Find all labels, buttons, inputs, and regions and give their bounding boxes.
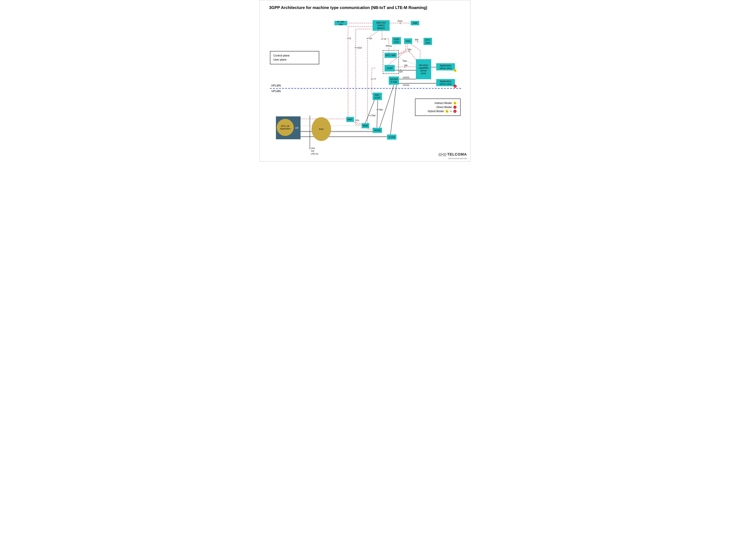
legend-user-plane: User plane xyxy=(273,58,286,61)
node-sgw: S-GW xyxy=(387,135,396,140)
svg-line-21 xyxy=(365,100,374,124)
label-hplmn: HPLMN xyxy=(271,84,281,87)
svg-line-26 xyxy=(390,85,396,135)
node-hss: HSS xyxy=(404,38,412,44)
if-tsp: Tsp xyxy=(402,60,406,62)
model-direct: Direct Model xyxy=(436,106,452,109)
if-gd: Gd xyxy=(369,37,372,40)
logo-telcoma: (((•))) TELCOMA CERTIFICATIONS SINCE 200… xyxy=(438,152,467,160)
badge-as2-direct: 2 xyxy=(454,85,457,88)
node-cdf: CDF/ CGF xyxy=(392,37,401,44)
model-indirect: Indirect Model xyxy=(435,102,452,105)
if-um: Um/ Uu/ LTE-Uu xyxy=(311,147,319,155)
model-hybrid: Hybrid Model xyxy=(428,110,444,113)
if-t7: T7 xyxy=(373,78,376,80)
node-ggsn: GGSN/ P-GW xyxy=(389,77,399,85)
if-gisgi2: Gi/SGi xyxy=(403,84,409,86)
if-api: API xyxy=(399,71,403,73)
if-e: E xyxy=(349,37,351,40)
if-s6n-hss: S6n xyxy=(415,38,419,41)
svg-line-27 xyxy=(354,122,362,124)
model-legend: Indirect Model1 Direct Model2 Hybrid Mod… xyxy=(415,99,461,116)
svg-line-25 xyxy=(379,85,394,128)
label-vplmn: VPLMN xyxy=(271,90,281,93)
if-rfga: Rf/Ga xyxy=(386,45,392,47)
node-as1: Application server (AS) xyxy=(436,63,455,70)
if-s6n-iwf: S6n xyxy=(407,48,412,51)
legend-box: Control plane User plane xyxy=(270,51,319,64)
node-ran: RAN xyxy=(312,117,331,141)
node-mtciwf: MTC-IWF xyxy=(385,53,397,58)
node-sme: SME xyxy=(411,21,419,25)
node-scef: SCEF xyxy=(385,65,395,71)
node-iwkscef: IWK- SCEF xyxy=(373,93,382,100)
page-title: 3GPP Architecture for machine type commu… xyxy=(269,5,427,10)
if-t6ai: T6ai xyxy=(371,114,376,117)
svg-line-22 xyxy=(369,115,371,116)
if-sgs: SGs xyxy=(355,119,359,121)
node-mtcaaa: MTC AAA xyxy=(424,38,432,45)
legend-control-plane: Control plane xyxy=(273,54,289,57)
node-smssc: SMS-SC/ GMSC/ IWMSC xyxy=(373,20,390,31)
badge-as1-indirect: 1 xyxy=(454,69,457,72)
if-t6bi: T6bi xyxy=(378,108,383,111)
node-mme: MME xyxy=(362,123,369,128)
if-s6t: S6t xyxy=(404,64,408,67)
if-t4: T4 xyxy=(383,38,386,40)
if-gisgi1: Gi/SGi xyxy=(403,76,409,79)
if-tsms: Tsms xyxy=(397,20,403,22)
svg-line-23 xyxy=(377,100,378,127)
node-as2: Application server (AS) xyxy=(436,79,455,86)
node-scs: Services capability server (scs) xyxy=(416,59,431,79)
node-mtcue: MTC UE Application xyxy=(277,119,294,136)
if-sgd: SGd xyxy=(357,46,362,49)
node-msc: MSC xyxy=(346,117,354,122)
node-ipsmgw: IP-SM-GW xyxy=(334,21,347,25)
node-sgsn: SGSN xyxy=(373,128,382,133)
